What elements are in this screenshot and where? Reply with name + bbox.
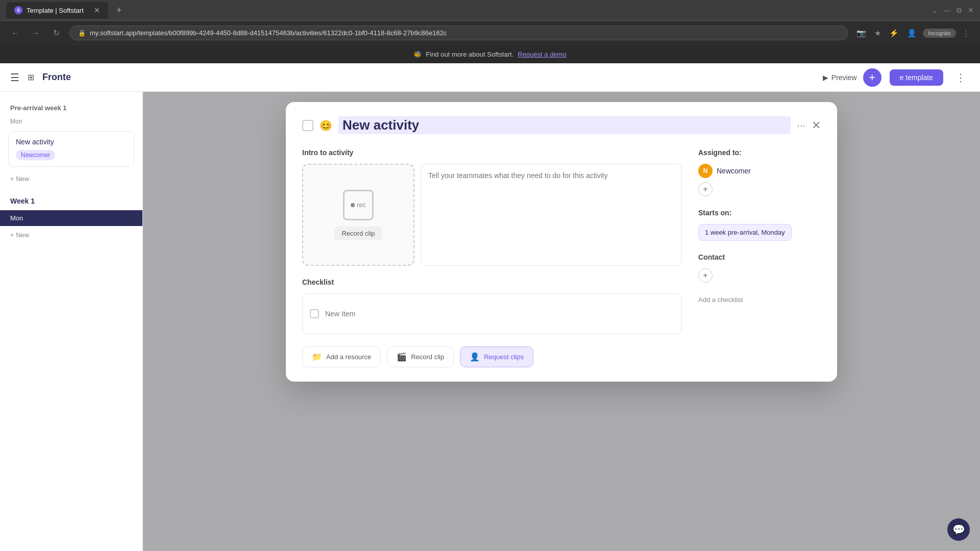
modal-more-button[interactable]: ··· [797,119,805,131]
modal-actions: ··· ✕ [797,119,821,132]
add-assignee-button[interactable]: + [698,182,713,196]
request-demo-link[interactable]: Request a demo [518,51,566,58]
add-contact-button[interactable]: + [698,268,713,283]
add-resource-button[interactable]: 📁 Add a resource [302,346,381,367]
chat-widget-button[interactable]: 💬 [947,518,970,541]
modal-header: 😊 New activity ··· ✕ [302,116,821,134]
new-tab-button[interactable]: + [112,3,126,18]
rec-icon: rec [351,201,366,209]
grid-icon[interactable]: ⊞ [28,72,34,82]
assigned-to-section: Assigned to: N Newcomer + [698,148,821,196]
url-text: my.softstart.app/templates/b00f899b-4249… [90,29,447,37]
assignee-tag: N Newcomer [698,164,821,178]
modal-main: Intro to activity rec [302,148,682,367]
left-sidebar: Pre-arrival week 1 Mon New activity Newc… [0,92,143,551]
window-controls[interactable]: ⌄ — ⧉ ✕ [932,6,974,15]
activity-modal: 😊 New activity ··· ✕ Intr [286,102,837,382]
add-resource-label: Add a resource [326,353,371,361]
assigned-to-label: Assigned to: [698,148,821,157]
notification-text: Find out more about Softstart. [426,51,513,58]
add-checklist-section: Add a checklist [698,295,821,304]
rec-dot [351,203,355,207]
activity-description-textarea[interactable] [421,164,682,266]
checklist-section: Checklist [302,278,682,334]
incognito-badge: Incognito [923,29,956,38]
save-template-button[interactable]: e template [890,69,943,86]
extensions-icon[interactable]: ⚡ [887,27,901,40]
add-checklist-label: Add a checklist [698,296,743,304]
intro-section: Intro to activity rec [302,148,682,266]
preview-label: Preview [831,73,857,82]
pre-arrival-day-label: Mon [0,116,142,127]
forward-button[interactable]: → [29,26,43,40]
tab-title: Template | Softstart [27,7,84,14]
app-container: ☰ ⊞ Fronte ▶ Preview + e template ⋮ Pre-… [0,63,980,551]
bottom-actions: 📁 Add a resource 🎬 Record clip 👤 Reques [302,346,682,367]
camera-icon[interactable]: 📷 [854,27,868,40]
browser-nav: ← → ↻ 🔒 my.softstart.app/templates/b00f8… [0,20,980,45]
checklist-new-item-input[interactable] [325,310,674,318]
modal-title[interactable]: New activity [338,116,791,134]
video-icon: 🎬 [397,352,407,362]
starts-on-section: Starts on: 1 week pre-arrival, Monday [698,209,821,241]
menu-icon[interactable]: ⋮ [960,27,972,40]
rec-text: rec [357,201,366,209]
add-new-label: + New [10,175,29,183]
request-clips-button[interactable]: 👤 Request clips [460,346,533,367]
activity-card-title: New activity [16,138,127,146]
browser-tab[interactable]: S Template | Softstart ✕ [6,2,108,18]
app-name: Fronte [42,72,71,83]
record-clip-label[interactable]: Record clip [334,227,382,240]
record-clip-box[interactable]: rec Record clip [302,164,414,266]
week-section: Week 1 Mon + New [0,187,142,249]
refresh-button[interactable]: ↻ [49,26,63,40]
week-add-new-label: + New [10,231,29,239]
record-clip-action-button[interactable]: 🎬 Record clip [387,346,454,367]
request-clips-icon: 👤 [470,352,480,362]
modal-overlay: 😊 New activity ··· ✕ Intr [143,92,980,551]
modal-complete-checkbox[interactable] [302,120,313,131]
add-activity-button[interactable]: + [863,68,881,87]
incognito-label: Incognito [928,30,951,36]
intro-section-title: Intro to activity [302,148,682,157]
rec-frame: rec [343,190,374,220]
record-clip-action-label: Record clip [411,353,444,361]
notification-bar: 🐝 Find out more about Softstart. Request… [0,45,980,63]
address-bar[interactable]: 🔒 my.softstart.app/templates/b00f899b-42… [69,26,848,40]
checklist-item [302,293,682,334]
header-more-button[interactable]: ⋮ [951,69,970,86]
starts-on-label: Starts on: [698,209,821,217]
tab-close-button[interactable]: ✕ [94,6,100,14]
intro-content: rec Record clip [302,164,682,266]
assignee-name: Newcomer [717,167,751,175]
newcomer-badge: Newcomer [16,150,55,160]
content-area: 😊 New activity ··· ✕ Intr [143,92,980,551]
assignee-initial: N [703,167,708,174]
activity-card[interactable]: New activity Newcomer [8,131,134,167]
starts-on-badge[interactable]: 1 week pre-arrival, Monday [698,224,792,241]
contact-section: Contact + [698,253,821,283]
modal-emoji-picker[interactable]: 😊 [320,119,332,132]
modal-sidebar: Assigned to: N Newcomer + [698,148,821,367]
browser-titlebar: S Template | Softstart ✕ + ⌄ — ⧉ ✕ [0,0,980,20]
week-mon-row[interactable]: Mon [0,210,142,226]
main-area: Pre-arrival week 1 Mon New activity Newc… [0,92,980,551]
app-header: ☰ ⊞ Fronte ▶ Preview + e template ⋮ [0,63,980,92]
week-label: Week 1 [0,193,142,209]
profile-icon[interactable]: 👤 [905,27,919,40]
tab-favicon: S [14,6,22,14]
checklist-checkbox[interactable] [310,309,319,318]
modal-body: Intro to activity rec [302,148,821,367]
add-new-button[interactable]: + New [0,171,142,187]
chat-icon: 💬 [952,523,965,536]
request-clips-label: Request clips [484,353,524,361]
assignee-avatar: N [698,164,713,178]
pre-arrival-section-label: Pre-arrival week 1 [0,100,142,116]
modal-close-button[interactable]: ✕ [812,119,821,132]
preview-button[interactable]: ▶ Preview [823,73,857,82]
hamburger-menu-icon[interactable]: ☰ [10,71,19,84]
preview-play-icon: ▶ [823,73,828,82]
back-button[interactable]: ← [8,26,22,40]
bookmark-icon[interactable]: ★ [872,27,883,40]
week-add-new-button[interactable]: + New [0,227,142,243]
